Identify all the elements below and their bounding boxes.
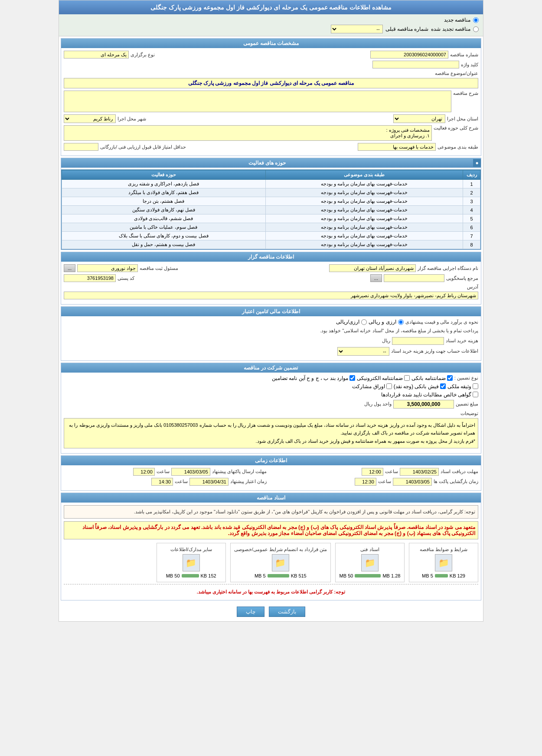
amount-label: مبلغ تضمین [456, 401, 478, 407]
col-row: ردیف [463, 170, 480, 180]
row-activity: فصل بیست و هشتم، حمل و نقل [62, 240, 266, 249]
print-button[interactable]: چاپ [237, 607, 264, 617]
city-label: شهر محل اجرا [118, 116, 146, 122]
bond-check[interactable] [349, 375, 355, 381]
bank-check[interactable] [440, 383, 446, 389]
rial-radio[interactable] [398, 319, 404, 325]
footer-note: توجه: کاربر گرامی اطلاعات مربوط به فهرست… [64, 586, 478, 597]
province-select[interactable]: تهران [393, 114, 445, 123]
currency-radio[interactable] [361, 319, 367, 325]
contact-input[interactable] [77, 264, 138, 272]
ref-btn[interactable]: ... [370, 274, 382, 282]
row-num: 5 [463, 214, 480, 223]
row-num: 7 [463, 232, 480, 240]
organizer-input[interactable] [329, 264, 416, 272]
row-activity: فصل سوم، عملیات خاکی با ماشین [62, 223, 266, 232]
doc-fee-input[interactable] [392, 337, 444, 345]
description-textarea[interactable] [64, 91, 451, 112]
doc-notice-text: توجه: کاربر گرامی، دریافت اسناد در مهلت … [134, 509, 475, 514]
bank-guarantee-check[interactable] [447, 375, 453, 381]
amount-input[interactable]: 3,500,000,000 [393, 400, 454, 409]
doc4-size: 152 KB [201, 573, 216, 578]
doc2-box: اسناد فنی 📁 1.28 MB 50 MB [335, 543, 405, 582]
city-select[interactable]: رناط کریم [64, 114, 116, 123]
open-envelopes-label: زمان بارگشایی پاکت ها [434, 479, 478, 484]
open-envelopes-date[interactable] [393, 478, 432, 486]
send-offer-time[interactable] [133, 468, 155, 476]
doc2-max: 50 MB [340, 573, 353, 578]
doc1-size: 129 KB [450, 573, 465, 578]
organizer-label: نام دستگاه اجرایی مناقصه گزار [418, 266, 478, 271]
back-button[interactable]: بازگشت [269, 607, 305, 617]
prev-number-label: شماره مناقصه قبلی [385, 26, 429, 32]
shares-check[interactable] [386, 383, 392, 389]
category-label: طبقه بندی موضوعی [438, 144, 478, 150]
row-num: 6 [463, 223, 480, 232]
new-tender-radio[interactable] [473, 17, 479, 23]
receive-doc-time[interactable] [362, 468, 383, 476]
send-offer-date[interactable] [171, 468, 210, 476]
guarantee-type-label: نوع تضمین : [454, 375, 478, 381]
min-score-input[interactable] [64, 143, 98, 151]
doc4-box: سایر مدارک/اطلاعات 📁 152 KB 50 MB [157, 543, 226, 582]
validity-time-label: ساعت [175, 479, 188, 484]
table-row: 6 خدمات-فهرست بهای سازمان برنامه و بودجه… [62, 223, 480, 232]
doc-notice-box: توجه: کاربر گرامی، دریافت اسناد در مهلت … [64, 505, 478, 519]
row-num: 8 [463, 240, 480, 249]
court-approved-check[interactable] [473, 392, 478, 397]
footer-buttons: بازگشت چاپ [59, 602, 483, 621]
activity-scope-box: مشخصات فنی پروژه : ۱. زیرسازی و اجرای [64, 125, 432, 141]
court-approved-label: گواهی خالص مطالبات تایید شده قراردادها [381, 392, 471, 398]
electronic-guarantee-check[interactable] [404, 375, 410, 381]
rial-label: ارزی و ریالی [369, 319, 396, 325]
doc1-bar [435, 574, 448, 578]
doc3-size: 515 KB [291, 573, 307, 578]
min-score-label: حداقل امتیاز قابل قبول ارزیابی فنی /بازر… [100, 144, 186, 150]
tender-type-section: مناقصه جدید مناقصه تجدید شده شماره مناقص… [59, 14, 483, 36]
page-title: مشاهده اطلاعات مناقصه عمومی یک مرحله ای … [59, 0, 483, 14]
open-envelopes-time[interactable] [355, 478, 376, 486]
bank-info-select[interactable]: -- [337, 347, 389, 356]
financial-section: اطلاعات مالی /تامین اعتبار نحوه ی برآورد… [61, 306, 481, 361]
keyword-input[interactable] [372, 61, 459, 68]
documents-section: اسناد مناقصه توجه: کاربر گرامی، دریافت ا… [61, 493, 481, 601]
subject-title: مناقصه عمومی یک مرحله ای دیوارکشی فاز او… [64, 78, 478, 88]
contact-btn[interactable]: ... [64, 264, 75, 272]
row-activity: فصل یازدهم، اجراکاری و شفته ریزی [62, 180, 266, 188]
row-activity: فصل نهم، کارهای فولادی سنگین [62, 206, 266, 214]
activity-table: ردیف طبقه بندی موضوعی حوزه فعالیت 1 خدما… [62, 170, 480, 249]
validity-time[interactable] [151, 478, 173, 486]
category-input[interactable]: خدمات با فهرست بها [358, 143, 436, 151]
doc3-bar [268, 574, 289, 578]
holding-type-input[interactable]: یک مرحله ای [64, 51, 129, 58]
activity-expand-btn[interactable]: ● [473, 159, 481, 167]
activity-section: ● حوزه های فعالیت ردیف طبقه بندی موضوعی … [61, 158, 481, 250]
doc1-label: شرایط و ضوابط مناقصه [420, 547, 467, 552]
row-activity: فصل ششم، قالب‌بندی فولادی [62, 214, 266, 223]
doc3-max: 5 MB [255, 573, 266, 578]
prev-number-select[interactable]: -- [331, 25, 383, 33]
validity-date[interactable] [189, 478, 229, 486]
insurance-check[interactable] [473, 383, 478, 389]
guarantee-header: تضمین شرکت در مناقصه [61, 363, 481, 373]
tender-number-input[interactable]: 2003096024000007 [370, 51, 448, 58]
row-num: 2 [463, 188, 480, 197]
address-input[interactable] [64, 292, 478, 299]
postal-input[interactable] [64, 274, 116, 282]
doc2-icon: 📁 [361, 554, 379, 571]
ref-input[interactable] [384, 274, 444, 282]
description-label: توضیحات [460, 411, 478, 416]
doc2-bar [355, 574, 381, 578]
receive-doc-date[interactable] [400, 468, 439, 476]
send-offer-time-label: ساعت [157, 469, 170, 474]
renewed-tender-radio[interactable] [473, 26, 479, 32]
row-category: خدمات-فهرست بهای سازمان برنامه و بودجه [265, 232, 463, 240]
send-offer-label: مهلت ارسال پاکتهای پیشنهاد [212, 469, 267, 474]
row-num: 1 [463, 180, 480, 188]
row-num: 4 [463, 206, 480, 214]
table-row: 7 خدمات-فهرست بهای سازمان برنامه و بودجه… [62, 232, 480, 240]
table-row: 2 خدمات-فهرست بهای سازمان برنامه و بودجه… [62, 188, 480, 197]
doc1-box: شرایط و ضوابط مناقصه 📁 129 KB 5 MB [409, 543, 478, 582]
organizer-header: اطلاعات مناقصه گزار [61, 252, 481, 262]
subject-label: عنوان/موضوع مناقصه [435, 71, 478, 76]
